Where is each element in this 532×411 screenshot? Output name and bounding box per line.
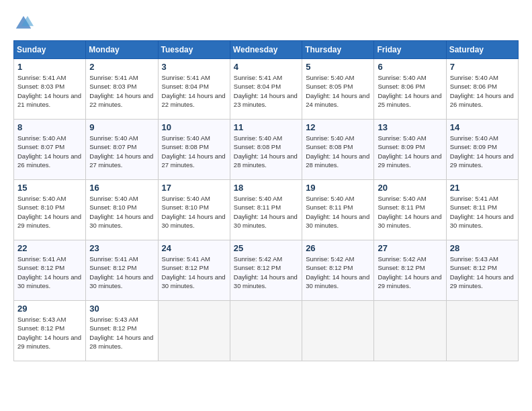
day-number: 27 — [378, 243, 442, 253]
day-number: 3 — [162, 62, 226, 72]
day-number: 11 — [234, 122, 298, 132]
day-detail: Sunrise: 5:41 AMSunset: 8:12 PMDaylight:… — [17, 255, 81, 289]
weekday-header-row: SundayMondayTuesdayWednesdayThursdayFrid… — [14, 41, 519, 59]
day-detail: Sunrise: 5:40 AMSunset: 8:08 PMDaylight:… — [162, 134, 226, 169]
day-number: 23 — [89, 243, 154, 253]
week-row-2: 8 Sunrise: 5:40 AMSunset: 8:07 PMDayligh… — [14, 120, 519, 180]
weekday-thursday: Thursday — [302, 41, 374, 59]
day-number: 15 — [17, 183, 82, 193]
day-cell-20: 20 Sunrise: 5:40 AMSunset: 8:11 PMDaylig… — [374, 180, 446, 240]
day-number: 5 — [306, 62, 370, 72]
day-detail: Sunrise: 5:40 AMSunset: 8:07 PMDaylight:… — [89, 134, 153, 169]
day-detail: Sunrise: 5:41 AMSunset: 8:04 PMDaylight:… — [162, 74, 226, 108]
page-header — [13, 13, 519, 34]
logo-icon — [13, 13, 34, 34]
weekday-sunday: Sunday — [14, 41, 86, 59]
calendar: SundayMondayTuesdayWednesdayThursdayFrid… — [13, 40, 519, 361]
empty-cell — [446, 301, 518, 361]
day-number: 13 — [378, 122, 442, 132]
day-detail: Sunrise: 5:40 AMSunset: 8:06 PMDaylight:… — [450, 74, 514, 108]
empty-cell — [158, 301, 230, 361]
day-detail: Sunrise: 5:40 AMSunset: 8:07 PMDaylight:… — [17, 134, 81, 169]
day-number: 4 — [234, 62, 298, 72]
day-cell-22: 22 Sunrise: 5:41 AMSunset: 8:12 PMDaylig… — [14, 240, 86, 301]
day-cell-30: 30 Sunrise: 5:43 AMSunset: 8:12 PMDaylig… — [86, 301, 158, 361]
day-cell-5: 5 Sunrise: 5:40 AMSunset: 8:05 PMDayligh… — [302, 59, 374, 120]
day-detail: Sunrise: 5:41 AMSunset: 8:11 PMDaylight:… — [450, 195, 514, 229]
weekday-friday: Friday — [374, 41, 446, 59]
day-number: 30 — [89, 304, 154, 314]
day-cell-23: 23 Sunrise: 5:41 AMSunset: 8:12 PMDaylig… — [86, 240, 158, 301]
day-detail: Sunrise: 5:40 AMSunset: 8:11 PMDaylight:… — [306, 195, 369, 229]
day-detail: Sunrise: 5:41 AMSunset: 8:03 PMDaylight:… — [17, 74, 81, 108]
logo — [13, 13, 36, 34]
day-cell-13: 13 Sunrise: 5:40 AMSunset: 8:09 PMDaylig… — [374, 120, 446, 180]
day-number: 25 — [234, 243, 298, 253]
day-detail: Sunrise: 5:42 AMSunset: 8:12 PMDaylight:… — [234, 255, 298, 289]
day-number: 12 — [306, 122, 370, 132]
day-number: 16 — [89, 183, 154, 193]
day-detail: Sunrise: 5:40 AMSunset: 8:09 PMDaylight:… — [450, 134, 514, 169]
empty-cell — [302, 301, 374, 361]
day-number: 10 — [162, 122, 226, 132]
day-cell-15: 15 Sunrise: 5:40 AMSunset: 8:10 PMDaylig… — [14, 180, 86, 240]
day-number: 26 — [306, 243, 370, 253]
weekday-monday: Monday — [86, 41, 158, 59]
day-detail: Sunrise: 5:40 AMSunset: 8:06 PMDaylight:… — [378, 74, 441, 108]
day-detail: Sunrise: 5:43 AMSunset: 8:12 PMDaylight:… — [17, 316, 81, 350]
day-detail: Sunrise: 5:41 AMSunset: 8:04 PMDaylight:… — [234, 74, 298, 108]
day-detail: Sunrise: 5:40 AMSunset: 8:08 PMDaylight:… — [306, 134, 369, 169]
day-number: 24 — [162, 243, 226, 253]
day-detail: Sunrise: 5:40 AMSunset: 8:10 PMDaylight:… — [162, 195, 226, 229]
day-number: 19 — [306, 183, 370, 193]
day-number: 1 — [17, 62, 82, 72]
weekday-saturday: Saturday — [446, 41, 518, 59]
day-detail: Sunrise: 5:41 AMSunset: 8:12 PMDaylight:… — [89, 255, 153, 289]
week-row-5: 29 Sunrise: 5:43 AMSunset: 8:12 PMDaylig… — [14, 301, 519, 361]
day-number: 9 — [89, 122, 154, 132]
day-detail: Sunrise: 5:41 AMSunset: 8:03 PMDaylight:… — [89, 74, 153, 108]
day-detail: Sunrise: 5:40 AMSunset: 8:10 PMDaylight:… — [89, 195, 153, 229]
day-number: 21 — [450, 183, 515, 193]
week-row-1: 1 Sunrise: 5:41 AMSunset: 8:03 PMDayligh… — [14, 59, 519, 120]
day-number: 28 — [450, 243, 515, 253]
day-cell-12: 12 Sunrise: 5:40 AMSunset: 8:08 PMDaylig… — [302, 120, 374, 180]
day-cell-25: 25 Sunrise: 5:42 AMSunset: 8:12 PMDaylig… — [230, 240, 302, 301]
day-cell-28: 28 Sunrise: 5:43 AMSunset: 8:12 PMDaylig… — [446, 240, 518, 301]
day-cell-21: 21 Sunrise: 5:41 AMSunset: 8:11 PMDaylig… — [446, 180, 518, 240]
day-detail: Sunrise: 5:40 AMSunset: 8:09 PMDaylight:… — [378, 134, 441, 169]
empty-cell — [230, 301, 302, 361]
day-detail: Sunrise: 5:40 AMSunset: 8:05 PMDaylight:… — [306, 74, 369, 108]
week-row-3: 15 Sunrise: 5:40 AMSunset: 8:10 PMDaylig… — [14, 180, 519, 240]
day-number: 17 — [162, 183, 226, 193]
day-number: 7 — [450, 62, 515, 72]
day-detail: Sunrise: 5:41 AMSunset: 8:12 PMDaylight:… — [162, 255, 226, 289]
day-cell-29: 29 Sunrise: 5:43 AMSunset: 8:12 PMDaylig… — [14, 301, 86, 361]
week-row-4: 22 Sunrise: 5:41 AMSunset: 8:12 PMDaylig… — [14, 240, 519, 301]
day-cell-11: 11 Sunrise: 5:40 AMSunset: 8:08 PMDaylig… — [230, 120, 302, 180]
day-cell-24: 24 Sunrise: 5:41 AMSunset: 8:12 PMDaylig… — [158, 240, 230, 301]
day-number: 2 — [89, 62, 154, 72]
empty-cell — [374, 301, 446, 361]
calendar-body: 1 Sunrise: 5:41 AMSunset: 8:03 PMDayligh… — [14, 59, 519, 361]
day-detail: Sunrise: 5:42 AMSunset: 8:12 PMDaylight:… — [306, 255, 369, 289]
day-number: 29 — [17, 304, 82, 314]
day-detail: Sunrise: 5:40 AMSunset: 8:11 PMDaylight:… — [234, 195, 298, 229]
day-cell-16: 16 Sunrise: 5:40 AMSunset: 8:10 PMDaylig… — [86, 180, 158, 240]
day-cell-26: 26 Sunrise: 5:42 AMSunset: 8:12 PMDaylig… — [302, 240, 374, 301]
day-detail: Sunrise: 5:40 AMSunset: 8:10 PMDaylight:… — [17, 195, 81, 229]
day-detail: Sunrise: 5:43 AMSunset: 8:12 PMDaylight:… — [89, 316, 153, 350]
day-detail: Sunrise: 5:40 AMSunset: 8:11 PMDaylight:… — [378, 195, 441, 229]
day-number: 6 — [378, 62, 442, 72]
day-cell-6: 6 Sunrise: 5:40 AMSunset: 8:06 PMDayligh… — [374, 59, 446, 120]
day-cell-19: 19 Sunrise: 5:40 AMSunset: 8:11 PMDaylig… — [302, 180, 374, 240]
day-number: 18 — [234, 183, 298, 193]
day-cell-10: 10 Sunrise: 5:40 AMSunset: 8:08 PMDaylig… — [158, 120, 230, 180]
day-detail: Sunrise: 5:40 AMSunset: 8:08 PMDaylight:… — [234, 134, 298, 169]
day-cell-1: 1 Sunrise: 5:41 AMSunset: 8:03 PMDayligh… — [14, 59, 86, 120]
day-cell-14: 14 Sunrise: 5:40 AMSunset: 8:09 PMDaylig… — [446, 120, 518, 180]
weekday-tuesday: Tuesday — [158, 41, 230, 59]
day-cell-9: 9 Sunrise: 5:40 AMSunset: 8:07 PMDayligh… — [86, 120, 158, 180]
day-cell-4: 4 Sunrise: 5:41 AMSunset: 8:04 PMDayligh… — [230, 59, 302, 120]
day-cell-18: 18 Sunrise: 5:40 AMSunset: 8:11 PMDaylig… — [230, 180, 302, 240]
